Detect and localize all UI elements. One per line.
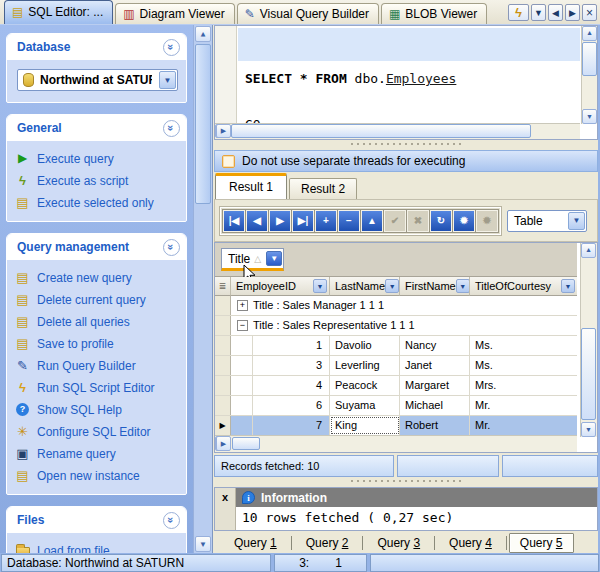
editor-horizontal-scrollbar[interactable]: ◀ ▶ (215, 123, 580, 139)
scrollbar-thumb[interactable] (581, 328, 596, 420)
editor-splitter[interactable] (213, 140, 599, 150)
sidebar-item-configure-sql-editor[interactable]: ✳ Configure SQL Editor (13, 421, 182, 443)
scroll-up-icon[interactable]: ▼ (581, 243, 596, 258)
tab-result-1[interactable]: Result 1 (215, 173, 287, 199)
info-splitter[interactable] (213, 477, 599, 487)
cell-firstname[interactable]: Michael (400, 396, 470, 415)
table-row[interactable]: 3 Leverling Janet Ms. (215, 356, 577, 376)
scrollbar-thumb[interactable] (582, 42, 597, 76)
grid-horizontal-scrollbar[interactable]: ◀ ▶ (215, 435, 577, 452)
insert-record-button[interactable]: + (315, 210, 337, 232)
scroll-up-icon[interactable]: ▼ (195, 26, 211, 42)
last-record-button[interactable]: ▶| (292, 210, 314, 232)
sidebar-item-run-query-builder[interactable]: ✎ Run Query Builder (13, 355, 182, 377)
column-header-firstname[interactable]: FirstName ▼ (400, 277, 470, 296)
sidebar-item-execute-as-script[interactable]: ϟ Execute as script (13, 170, 182, 192)
view-mode-combo[interactable]: Table ▼ (507, 210, 587, 232)
grid-vertical-scrollbar[interactable]: ▼ ▼ (580, 243, 597, 437)
tab-query-1[interactable]: Query 1 (222, 535, 289, 551)
collapse-chevron-icon[interactable]: » (163, 239, 180, 256)
scroll-down-icon[interactable]: ▼ (581, 422, 596, 437)
cell-titleofcourtesy[interactable]: Ms. (470, 356, 577, 375)
dropdown-button[interactable]: ▼ (531, 4, 546, 21)
table-row[interactable]: 1 Davolio Nancy Ms. (215, 336, 577, 356)
tab-query-4[interactable]: Query 4 (437, 535, 504, 551)
cell-firstname[interactable]: Margaret (400, 376, 470, 395)
next-tab-button[interactable]: ▶ (565, 4, 580, 21)
sidebar-item-execute-selected-only[interactable]: ▤ Execute selected only (13, 192, 182, 214)
scroll-up-icon[interactable]: ▼ (582, 26, 597, 41)
sql-table-link[interactable]: Employees (386, 71, 456, 86)
cell-employeeid[interactable]: 4 (253, 376, 330, 395)
group-row-sales-representative[interactable]: − Title : Sales Representative 1 1 1 (215, 316, 577, 336)
cell-employeeid[interactable]: 1 (253, 336, 330, 355)
table-row[interactable]: 6 Suyama Michael Mr. (215, 396, 577, 416)
tab-visual-query-builder[interactable]: ✎ Visual Query Builder (237, 3, 379, 24)
database-combo[interactable]: Northwind at SATURN ▼ (17, 69, 178, 91)
tab-query-3[interactable]: Query 3 (365, 535, 432, 551)
sidebar-item-execute-query[interactable]: ▶ Execute query (13, 148, 182, 170)
cell-titleofcourtesy[interactable]: Mr. (470, 396, 577, 415)
cell-titleofcourtesy[interactable]: Mrs. (470, 376, 577, 395)
collapse-chevron-icon[interactable]: » (163, 120, 180, 137)
execute-button[interactable]: ϟ (508, 4, 529, 21)
table-row[interactable]: 4 Peacock Margaret Mrs. (215, 376, 577, 396)
tab-blob-viewer[interactable]: ▦ BLOB Viewer (381, 3, 487, 24)
sidebar-item-open-new-instance[interactable]: ▤ Open new instance (13, 465, 182, 487)
sidebar-scrollbar[interactable]: ▼ ▼ (193, 25, 212, 553)
close-info-button[interactable]: x (215, 488, 236, 530)
combo-dropdown-icon[interactable]: ▼ (159, 71, 176, 89)
editor-code[interactable]: SELECT * FROM dbo.Employees GO SELECT * … (238, 26, 580, 124)
cell-employeeid[interactable]: 3 (253, 356, 330, 375)
delete-record-button[interactable]: − (338, 210, 360, 232)
cell-employeeid[interactable]: 7 (253, 416, 330, 435)
tab-result-2[interactable]: Result 2 (289, 178, 357, 199)
sidebar-item-load-from-file[interactable]: Load from file (13, 540, 182, 553)
column-header-employeeid[interactable]: EmployeeID ▼ (231, 277, 330, 296)
cell-lastname[interactable]: Suyama (330, 396, 400, 415)
scrollbar-thumb[interactable] (232, 437, 260, 450)
table-row-selected[interactable]: ▶ 7 King Robert Mr. (215, 416, 577, 436)
column-dropdown-icon[interactable]: ▼ (456, 279, 470, 293)
combo-dropdown-icon[interactable]: ▼ (568, 212, 585, 230)
prev-tab-button[interactable]: ◀ (548, 4, 563, 21)
tab-query-2[interactable]: Query 2 (294, 535, 361, 551)
sql-editor[interactable]: SELECT * FROM dbo.Employees GO SELECT * … (214, 25, 598, 140)
scroll-down-icon[interactable]: ▼ (582, 109, 597, 124)
edit-record-button[interactable]: ▲ (361, 210, 383, 232)
collapse-icon[interactable]: − (237, 320, 248, 331)
cell-firstname[interactable]: Robert (400, 416, 470, 435)
sidebar-item-create-new-query[interactable]: ▤ Create new query (13, 267, 182, 289)
tab-query-5[interactable]: Query 5 (509, 533, 574, 553)
next-record-button[interactable]: ▶ (269, 210, 291, 232)
sidebar-item-delete-all-queries[interactable]: ▤ Delete all queries (13, 311, 182, 333)
sidebar-item-rename-query[interactable]: ▣ Rename query (13, 443, 182, 465)
fetch-all-button[interactable]: ✹ (453, 210, 475, 232)
editor-vertical-scrollbar[interactable]: ▼ ▼ (581, 26, 597, 124)
grid-corner-icon[interactable]: ≣ (215, 277, 231, 296)
files-panel-header[interactable]: Files » (7, 507, 186, 533)
general-panel-header[interactable]: General » (7, 115, 186, 141)
prior-record-button[interactable]: ◀ (246, 210, 268, 232)
scroll-right-icon[interactable]: ▶ (216, 436, 231, 451)
cell-firstname[interactable]: Nancy (400, 336, 470, 355)
close-button[interactable]: × (582, 4, 597, 21)
cell-lastname[interactable]: Davolio (330, 336, 400, 355)
scrollbar-thumb[interactable] (231, 124, 531, 138)
first-record-button[interactable]: |◀ (223, 210, 245, 232)
cell-lastname[interactable]: Leverling (330, 356, 400, 375)
sidebar-item-run-sql-script-editor[interactable]: ϟ Run SQL Script Editor (13, 377, 182, 399)
collapse-chevron-icon[interactable]: » (163, 39, 180, 56)
scrollbar-thumb[interactable] (195, 44, 211, 204)
scroll-right-icon[interactable]: ▶ (216, 124, 231, 138)
sidebar-item-show-sql-help[interactable]: ? Show SQL Help (13, 399, 182, 421)
refresh-button[interactable]: ↻ (430, 210, 452, 232)
expand-icon[interactable]: + (237, 300, 248, 311)
cell-titleofcourtesy[interactable]: Ms. (470, 336, 577, 355)
query-management-panel-header[interactable]: Query management » (7, 234, 186, 260)
cell-lastname-focused[interactable]: King (330, 416, 400, 435)
scroll-down-icon[interactable]: ▼ (195, 536, 211, 552)
column-dropdown-icon[interactable]: ▼ (561, 279, 575, 293)
column-dropdown-icon[interactable]: ▼ (385, 279, 399, 293)
cell-titleofcourtesy[interactable]: Mr. (470, 416, 577, 435)
